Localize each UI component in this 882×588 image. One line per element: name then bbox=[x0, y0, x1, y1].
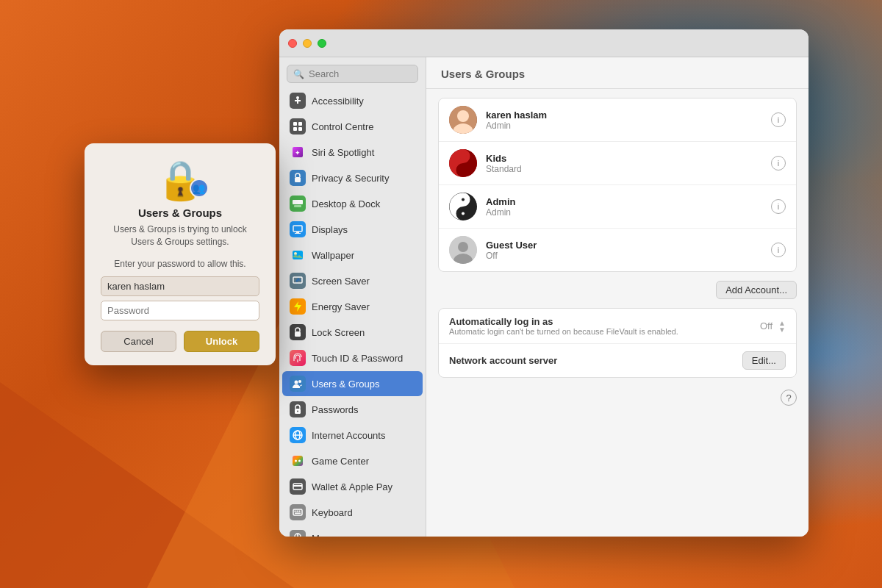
dialog-description: Users & Groups is trying to unlock Users… bbox=[101, 223, 259, 248]
dialog-password-field[interactable] bbox=[101, 301, 259, 320]
dialog-buttons: Cancel Unlock bbox=[101, 331, 259, 352]
people-badge-icon: 👥 bbox=[190, 179, 209, 198]
unlock-button[interactable]: Unlock bbox=[184, 331, 259, 352]
cancel-button[interactable]: Cancel bbox=[101, 331, 176, 352]
dialog-icon-area: 🔒 👥 bbox=[157, 161, 204, 199]
dialog-hint: Enter your password to allow this. bbox=[114, 259, 245, 269]
dialog-overlay: 🔒 👥 Users & Groups Users & Groups is try… bbox=[0, 0, 882, 588]
dialog-box: 🔒 👥 Users & Groups Users & Groups is try… bbox=[85, 143, 276, 365]
dialog-username-field[interactable] bbox=[101, 276, 259, 296]
dialog-title: Users & Groups bbox=[138, 207, 222, 219]
